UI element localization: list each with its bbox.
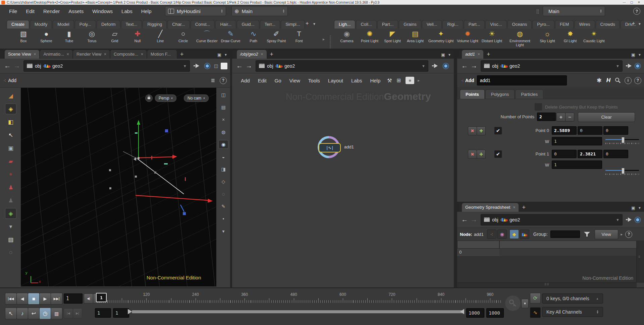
keys-summary-button[interactable]: 0 keys, 0/0 channels ▲ [542,294,603,304]
menubar-item[interactable]: Edit [21,5,39,17]
points-mode-icon[interactable]: ⁖ [487,230,496,239]
rewind-button[interactable]: |◀◀ [5,293,17,305]
remove-point-button[interactable]: − [565,113,574,122]
shelf-tab[interactable]: Const... [191,20,215,28]
shelf-tab[interactable]: Ligh... [334,20,355,28]
viewport-tool-icon[interactable]: ↖ [5,130,16,140]
link-radio-icon[interactable] [634,62,641,70]
shelf-tab[interactable]: Rigi... [442,20,463,28]
network-menu-item[interactable]: Layout [324,73,347,87]
clear-button[interactable]: Clear [578,112,635,122]
menubar-item[interactable]: Labs [117,5,137,17]
pane-menu-icon[interactable]: ▼ [448,53,451,57]
pane-tab[interactable]: /obj/geo2 × [237,50,267,59]
viewport-tool-icon[interactable]: ◉ [219,140,228,148]
shelf-tool[interactable]: T Font [288,29,311,43]
pane-tab[interactable]: add1 × [462,50,483,59]
shelf-tab[interactable]: Char... [167,20,190,28]
shelf-scroll-right-icon[interactable]: ▸ [323,37,325,42]
pane-menu-icon[interactable]: ▼ [638,206,641,210]
pane-tab[interactable]: Render View × [73,50,110,59]
breadcrumb[interactable]: obj › geo2 ▼ [23,60,190,72]
parameter-folder-tab[interactable]: Particles [515,89,543,99]
insert-point-icon[interactable]: ✚ [477,150,486,159]
funnel-icon[interactable] [583,232,591,237]
spreadsheet-hscrollbar[interactable]: ⠿⠿ [457,282,637,287]
auto-update-icon[interactable]: ⟳ [530,293,541,304]
close-tab-icon[interactable]: × [513,205,515,210]
menubar-item[interactable]: Assets [64,5,88,17]
link-radio-icon[interactable] [442,62,449,70]
range-slider[interactable] [132,310,464,313]
viewport-tool-icon[interactable]: ◧ [5,117,16,127]
shelf-tool[interactable]: ✴ Caustic Light [582,29,606,43]
breadcrumb[interactable]: obj › geo2 ▼ [481,214,623,225]
shelf-tool[interactable]: ▤ Area Light [404,29,427,43]
realtime-clock-icon[interactable]: ◷ [39,308,51,319]
insert-point-icon[interactable]: ✚ [477,126,486,135]
shelf-tab[interactable]: Grains [399,20,421,28]
pane-tab[interactable]: Scene View × [5,50,39,59]
undo-icon[interactable]: ↩ [28,308,40,319]
help-icon[interactable]: ? [220,77,227,84]
viewport-tool-icon[interactable]: ▾ [219,227,228,235]
step-back-button[interactable]: ◀| [84,294,93,304]
shelf-tab[interactable]: Terr... [260,20,280,28]
shelf-menu-icon[interactable]: ▼ [313,22,316,26]
menubar-item[interactable]: Help [137,5,156,17]
shelf-tool[interactable]: ╱ Line [149,29,172,43]
delete-point-icon[interactable]: ✖ [468,126,477,135]
pane-tab[interactable]: Composite... × [110,50,147,59]
play-button[interactable]: ▶ [39,293,51,305]
pane-menu-icon[interactable]: ▼ [638,53,641,57]
close-tab-icon[interactable]: × [104,52,106,57]
network-menu-item[interactable]: Labs [347,73,366,87]
shelf-menu-icon[interactable]: ▼ [638,22,641,26]
new-tab-button[interactable]: + [270,51,274,58]
help-icon[interactable]: ? [625,231,632,238]
viewport-tool-icon[interactable]: ◨ [219,165,228,173]
key-options-icon[interactable]: ▼ [521,299,529,308]
delete-point-icon[interactable]: ✖ [468,150,477,159]
playbar-pointer-icon[interactable]: ↖ [5,308,17,319]
close-tab-icon[interactable]: × [478,52,480,57]
wrench-icon[interactable]: ⚒ [387,77,392,84]
timeline-ruler[interactable]: 120240360480600720840960 1 [97,292,501,307]
viewport-tool-icon[interactable]: ◌ [5,248,16,258]
playback-start-field[interactable]: 1 [113,308,129,318]
shelf-tool[interactable]: ☀ Distant Light [480,29,504,43]
shelf-tool[interactable]: ◎ Torus [80,29,103,43]
tree-view-icon[interactable]: ⊞ [397,77,401,83]
viewport-tool-icon[interactable]: × [219,116,228,124]
play-backward-button[interactable]: ◀ [16,293,28,305]
close-tab-icon[interactable]: × [34,52,36,57]
close-tab-icon[interactable]: × [67,52,69,57]
forward-icon[interactable]: → [471,216,477,223]
network-menu-item[interactable]: Add [237,73,254,87]
range-end-field[interactable]: 1000 [486,308,504,318]
viewport-tool-icon[interactable]: • [219,215,228,223]
menubar-item[interactable]: Windows [88,5,117,17]
shelf-tool[interactable]: ✎ Draw Curve [219,29,242,43]
shelf-tab[interactable]: Coll... [356,20,376,28]
back-icon[interactable]: ← [461,62,468,70]
network-menu-item[interactable]: Tools [304,73,324,87]
shelf-tab[interactable]: Poly... [75,20,96,28]
enable-checkbox[interactable]: ✔ [494,150,502,158]
vertices-mode-icon[interactable]: ◉ [497,230,507,239]
search-icon[interactable] [614,77,621,84]
viewport-tool-icon[interactable]: ◫ [219,91,228,99]
network-menu-item[interactable]: Go [271,73,285,87]
point-w-field[interactable]: 1 [552,160,602,169]
viewport-tool-icon[interactable]: ♟ [5,182,16,192]
shelf-tool[interactable]: ✚ Null [126,29,149,43]
shelf-tab[interactable]: Visc... [485,20,506,28]
close-tab-icon[interactable]: × [141,52,143,57]
tick-display-icon[interactable]: ▥ [51,308,62,319]
camera-selector[interactable]: No cam ▾ [184,94,209,102]
network-menu-item[interactable]: View [285,73,304,87]
node-label[interactable]: add1 [344,144,354,149]
spreadsheet-row-id[interactable]: 0 [457,249,499,257]
group-field[interactable] [550,231,580,238]
new-tab-button[interactable]: + [487,51,490,58]
